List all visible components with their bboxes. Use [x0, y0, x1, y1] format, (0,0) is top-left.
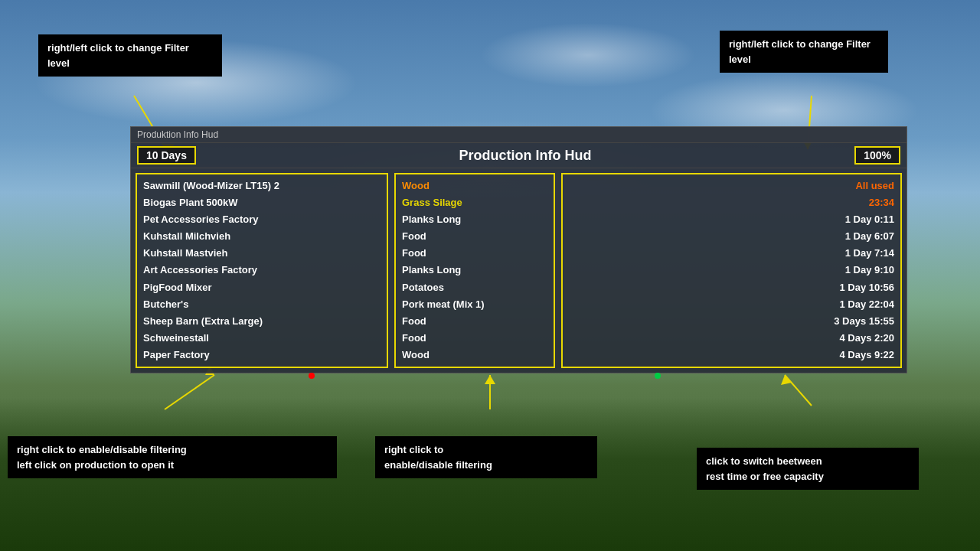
filter-days-button[interactable]: 10 Days — [137, 146, 196, 165]
tooltip-bottom-right-line2: rest time or free capacity — [706, 469, 910, 484]
output-item-5: Food — [402, 245, 547, 262]
time-item-11: 4 Days 9:22 — [569, 347, 894, 364]
tooltip-top-left-text: right/left click to change Filter level — [47, 42, 189, 69]
prod-item-6[interactable]: Art Accessories Factory — [143, 262, 381, 279]
prod-item-10[interactable]: Schweinestall — [143, 330, 381, 347]
productions-column[interactable]: Sawmill (Wood-Mizer LT15) 2 Biogas Plant… — [136, 173, 388, 368]
tooltip-bottom-left: right click to enable/disable filtering … — [8, 436, 337, 478]
prod-item-8[interactable]: Butcher's — [143, 296, 381, 313]
output-item-7: Potatoes — [402, 279, 547, 296]
outputs-column[interactable]: Wood Grass Silage Planks Long Food Food … — [394, 173, 555, 368]
tooltip-bottom-left-line2: left click on production to open it — [17, 458, 328, 473]
output-item-8: Pork meat (Mix 1) — [402, 296, 547, 313]
output-item-6: Planks Long — [402, 262, 547, 279]
output-item-2: Grass Silage — [402, 194, 547, 211]
tooltip-bottom-mid-line1: right click to — [384, 442, 588, 458]
time-item-7: 1 Day 10:56 — [569, 279, 894, 296]
hud-header: 10 Days Production Info Hud 100% — [131, 143, 906, 168]
prod-item-5[interactable]: Kuhstall Mastvieh — [143, 245, 381, 262]
prod-item-1[interactable]: Sawmill (Wood-Mizer LT15) 2 — [143, 178, 381, 194]
output-item-3: Planks Long — [402, 211, 547, 228]
tooltip-top-right: right/left click to change Filter level — [720, 31, 888, 73]
time-item-5: 1 Day 7:14 — [569, 245, 894, 262]
hud-main-title: Production Info Hud — [459, 148, 592, 164]
time-item-1: All used — [569, 178, 894, 194]
tooltip-top-left: right/left click to change Filter level — [38, 34, 222, 77]
prod-item-2[interactable]: Biogas Plant 500kW — [143, 194, 381, 211]
tooltip-bottom-right-line1: click to switch beetween — [706, 454, 910, 469]
time-item-8: 1 Day 22:04 — [569, 296, 894, 313]
hud-title-text: Produktion Info Hud — [137, 129, 218, 140]
tooltip-bottom-mid-line2: enable/disable filtering — [384, 458, 588, 473]
prod-item-7[interactable]: PigFood Mixer — [143, 279, 381, 296]
output-item-10: Food — [402, 330, 547, 347]
hud-columns: Sawmill (Wood-Mizer LT15) 2 Biogas Plant… — [131, 168, 906, 373]
green-dot-marker — [655, 373, 661, 379]
tooltip-bottom-left-line1: right click to enable/disable filtering — [17, 442, 328, 458]
output-item-9: Food — [402, 313, 547, 330]
filter-pct-button[interactable]: 100% — [854, 146, 900, 165]
times-column[interactable]: All used 23:34 1 Day 0:11 1 Day 6:07 1 D… — [561, 173, 902, 368]
prod-item-3[interactable]: Pet Accessories Factory — [143, 211, 381, 228]
output-item-11: Wood — [402, 347, 547, 364]
hud-title-bar: Produktion Info Hud — [131, 127, 906, 143]
time-item-10: 4 Days 2:20 — [569, 330, 894, 347]
time-item-4: 1 Day 6:07 — [569, 228, 894, 245]
time-item-2: 23:34 — [569, 194, 894, 211]
main-hud-panel: Produktion Info Hud 10 Days Production I… — [130, 126, 907, 373]
red-dot-marker — [309, 373, 315, 379]
prod-item-9[interactable]: Sheep Barn (Extra Large) — [143, 313, 381, 330]
output-item-4: Food — [402, 228, 547, 245]
tooltip-top-right-text: right/left click to change Filter level — [729, 38, 871, 65]
time-item-9: 3 Days 15:55 — [569, 313, 894, 330]
time-item-6: 1 Day 9:10 — [569, 262, 894, 279]
output-item-1: Wood — [402, 178, 547, 194]
tooltip-bottom-right: click to switch beetween rest time or fr… — [697, 448, 919, 490]
tooltip-bottom-mid: right click to enable/disable filtering — [375, 436, 597, 478]
prod-item-4[interactable]: Kuhstall Milchvieh — [143, 228, 381, 245]
prod-item-11[interactable]: Paper Factory — [143, 347, 381, 364]
time-item-3: 1 Day 0:11 — [569, 211, 894, 228]
